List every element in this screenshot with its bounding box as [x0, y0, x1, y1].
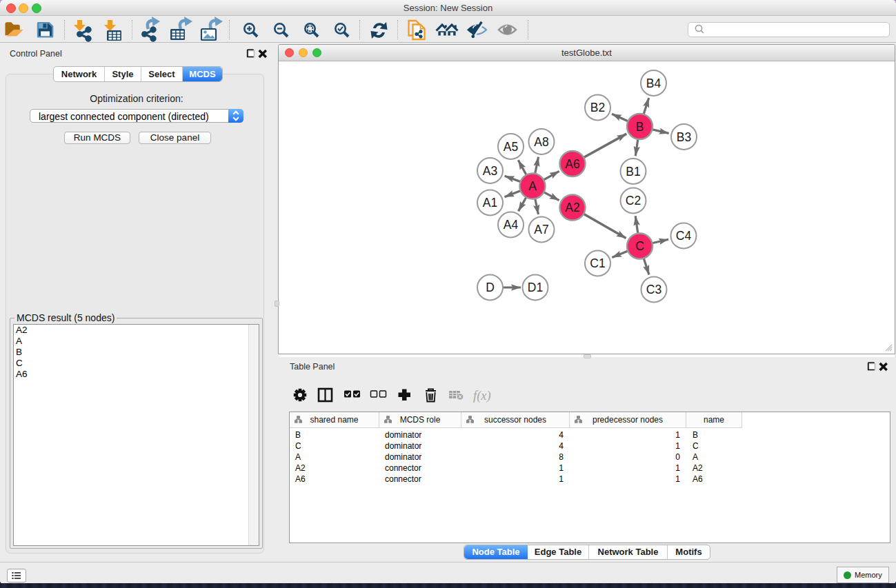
- svg-text:D1: D1: [528, 281, 543, 294]
- svg-text:B1: B1: [626, 165, 640, 179]
- svg-text:A: A: [528, 179, 537, 193]
- svg-text:A8: A8: [534, 135, 548, 149]
- svg-text:A3: A3: [483, 164, 497, 178]
- svg-text:B2: B2: [590, 101, 605, 114]
- svg-text:B4: B4: [646, 77, 661, 90]
- svg-text:A1: A1: [483, 196, 497, 210]
- svg-text:A7: A7: [534, 223, 548, 236]
- svg-text:A6: A6: [565, 157, 579, 171]
- svg-text:C1: C1: [590, 256, 605, 270]
- svg-text:C4: C4: [676, 229, 692, 243]
- svg-text:f(x): f(x): [473, 389, 491, 403]
- svg-text:C: C: [635, 239, 644, 253]
- svg-text:A2: A2: [565, 201, 579, 214]
- svg-text:A5: A5: [504, 140, 518, 154]
- svg-text:B: B: [636, 120, 644, 134]
- svg-text:B3: B3: [677, 130, 691, 144]
- svg-text:D: D: [486, 281, 495, 294]
- svg-text:C3: C3: [646, 283, 661, 296]
- svg-text:C2: C2: [626, 194, 641, 207]
- svg-text:A4: A4: [504, 218, 519, 232]
